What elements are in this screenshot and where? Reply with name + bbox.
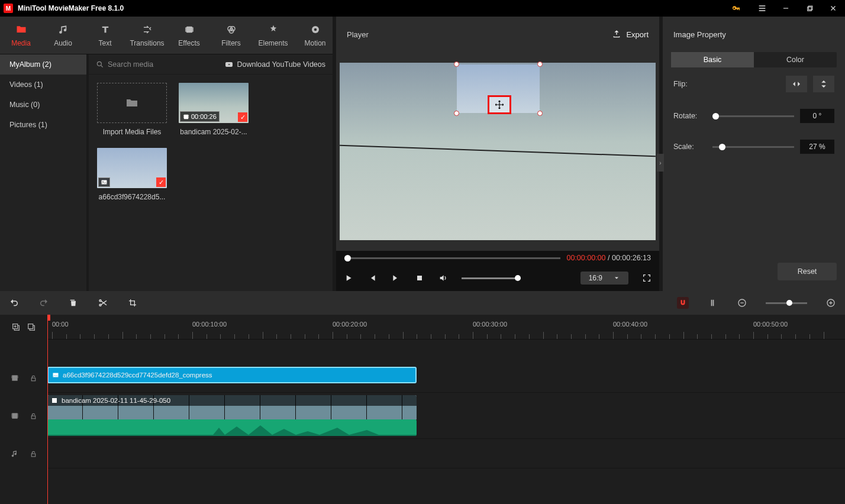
- overlay-selection[interactable]: [457, 64, 540, 113]
- rotate-value[interactable]: 0 °: [800, 109, 834, 123]
- tab-media[interactable]: Media: [0, 17, 42, 54]
- tab-label: Media: [11, 39, 31, 47]
- youtube-icon: [224, 60, 234, 69]
- track-headers: [0, 315, 47, 504]
- aspect-ratio-dropdown[interactable]: 16:9: [580, 272, 628, 285]
- motion-icon: [309, 24, 321, 35]
- media-thumbnails-area: Search media Download YouTube Videos Imp…: [89, 54, 333, 291]
- resize-handle-tr[interactable]: [537, 62, 543, 67]
- media-thumb-video[interactable]: 00:00:26 ✓ bandicam 2025-02-...: [179, 83, 249, 136]
- player-canvas[interactable]: [336, 52, 659, 251]
- timeline-clip-video[interactable]: bandicam 2025-02-11 11-45-29-050: [47, 395, 417, 420]
- add-track-button[interactable]: [11, 322, 21, 332]
- player-timecode: 00:00:00:00 / 00:00:26:13: [566, 254, 651, 262]
- timeline-tracks-area[interactable]: 00:0000:00:10:0000:00:20:0000:00:30:0000…: [47, 315, 845, 504]
- overlay-track[interactable]: a66cd3f9674228d529ccd77425defd28_compres…: [47, 363, 845, 393]
- menu-icon[interactable]: [750, 0, 774, 17]
- scrubber-knob[interactable]: [344, 255, 351, 261]
- timeline-ruler[interactable]: 00:0000:00:10:0000:00:20:0000:00:30:0000…: [47, 315, 845, 340]
- lock-icon[interactable]: [30, 450, 37, 458]
- prev-frame-button[interactable]: [367, 273, 378, 283]
- player-scrubber[interactable]: [344, 257, 560, 259]
- tab-elements[interactable]: Elements: [252, 17, 294, 54]
- window-close-button[interactable]: [821, 0, 845, 17]
- reset-button[interactable]: Reset: [778, 263, 837, 280]
- redo-button[interactable]: [38, 297, 50, 309]
- search-media-input[interactable]: Search media: [96, 60, 220, 69]
- svg-rect-0: [807, 7, 811, 11]
- transitions-icon: [141, 24, 153, 35]
- import-media-button[interactable]: Import Media Files: [97, 83, 167, 136]
- rotate-slider[interactable]: [712, 115, 794, 117]
- activate-key-icon[interactable]: [724, 0, 748, 17]
- inspector-title: Image Property: [673, 30, 726, 39]
- scale-value[interactable]: 27 %: [800, 140, 834, 154]
- tab-color[interactable]: Color: [754, 52, 837, 67]
- download-youtube-link[interactable]: Download YouTube Videos: [224, 60, 325, 69]
- play-button[interactable]: [343, 273, 354, 283]
- sidebar-item-videos[interactable]: Videos (1): [0, 75, 86, 95]
- tab-effects[interactable]: Effects: [168, 17, 210, 54]
- window-maximize-button[interactable]: [798, 0, 821, 17]
- playhead[interactable]: [47, 315, 48, 504]
- tab-label: Filters: [221, 39, 241, 47]
- video-track[interactable]: bandicam 2025-02-11 11-45-29-050: [47, 393, 845, 439]
- flip-vertical-button[interactable]: [813, 76, 834, 92]
- left-panel: Media Audio Text Transitions Effects Fil…: [0, 17, 336, 291]
- svg-rect-36: [12, 413, 17, 418]
- resize-handle-bl[interactable]: [454, 111, 459, 116]
- lock-icon[interactable]: [30, 374, 37, 382]
- media-thumb-image[interactable]: ✓ a66cd3f9674228d5...: [97, 148, 167, 201]
- timeline-panel: 00:0000:00:10:0000:00:20:0000:00:30:0000…: [0, 291, 845, 504]
- tab-motion[interactable]: Motion: [294, 17, 336, 54]
- next-frame-button[interactable]: [391, 273, 401, 283]
- split-button[interactable]: [97, 297, 109, 309]
- snap-toggle[interactable]: [677, 297, 689, 309]
- sidebar-item-music[interactable]: Music (0): [0, 95, 86, 115]
- track-manager-button[interactable]: [26, 322, 37, 332]
- track-head-spacer: [0, 340, 47, 363]
- duration-badge: 00:00:26: [180, 111, 220, 122]
- svg-rect-30: [12, 375, 17, 380]
- zoom-slider[interactable]: [766, 302, 807, 304]
- volume-icon[interactable]: [438, 273, 449, 283]
- svg-rect-4: [192, 27, 193, 32]
- timeline-clip-image[interactable]: a66cd3f9674228d529ccd77425defd28_compres…: [47, 367, 417, 383]
- zoom-out-button[interactable]: [736, 297, 748, 309]
- tab-label: Audio: [54, 39, 72, 47]
- flip-h-icon: [791, 79, 802, 89]
- fullscreen-button[interactable]: [641, 273, 652, 283]
- tab-transitions[interactable]: Transitions: [126, 17, 168, 54]
- resize-handle-tl[interactable]: [454, 62, 459, 67]
- scale-label: Scale:: [673, 143, 707, 151]
- undo-button[interactable]: [8, 297, 20, 309]
- lock-icon[interactable]: [30, 412, 37, 420]
- flip-horizontal-button[interactable]: [786, 76, 807, 92]
- tab-label: Effects: [178, 39, 199, 47]
- tab-text[interactable]: Text: [84, 17, 126, 54]
- flip-v-icon: [818, 79, 829, 89]
- audio-track[interactable]: [47, 439, 845, 469]
- svg-rect-14: [183, 116, 184, 117]
- timeline-clip-audio[interactable]: [47, 419, 417, 436]
- tab-filters[interactable]: Filters: [210, 17, 252, 54]
- resize-handle-br[interactable]: [537, 111, 543, 116]
- svg-rect-3: [185, 27, 186, 32]
- sidebar-item-pictures[interactable]: Pictures (1): [0, 115, 86, 135]
- zoom-in-button[interactable]: [825, 297, 837, 309]
- svg-rect-2: [186, 26, 192, 33]
- sidebar-item-myalbum[interactable]: MyAlbum (2): [0, 54, 86, 75]
- window-minimize-button[interactable]: [774, 0, 798, 17]
- delete-button[interactable]: [67, 297, 79, 309]
- crop-button[interactable]: [127, 297, 138, 309]
- tab-audio[interactable]: Audio: [42, 17, 84, 54]
- volume-slider[interactable]: [462, 277, 521, 279]
- collapse-inspector-button[interactable]: ›: [657, 154, 664, 172]
- marker-button[interactable]: [707, 297, 718, 309]
- scale-slider[interactable]: [712, 146, 794, 148]
- export-button[interactable]: Export: [612, 30, 649, 39]
- svg-rect-34: [17, 377, 18, 378]
- stop-button[interactable]: [414, 273, 425, 283]
- tab-basic[interactable]: Basic: [671, 52, 754, 67]
- app-title: MiniTool MovieMaker Free 8.1.0: [18, 4, 124, 12]
